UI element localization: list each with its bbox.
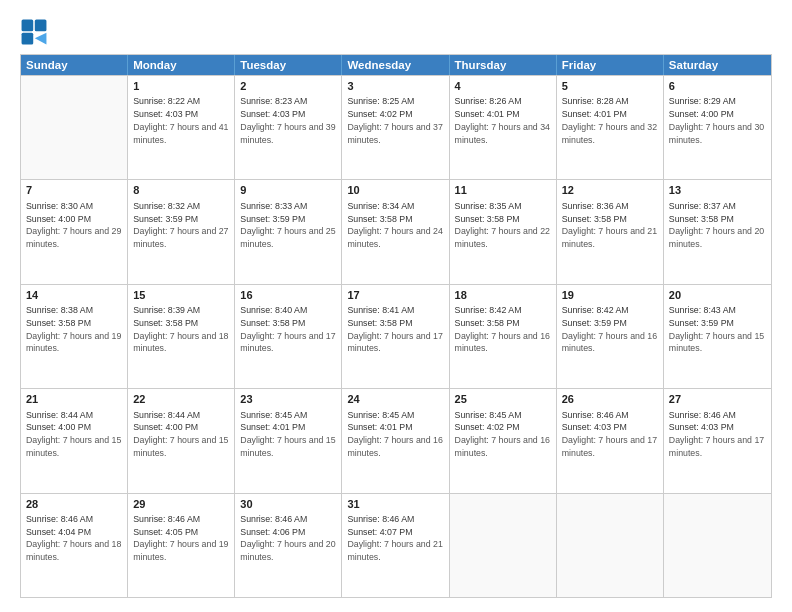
day-info: Sunrise: 8:46 AMSunset: 4:06 PMDaylight:… (240, 513, 336, 564)
day-info: Sunrise: 8:45 AMSunset: 4:01 PMDaylight:… (240, 409, 336, 460)
day-info: Sunrise: 8:34 AMSunset: 3:58 PMDaylight:… (347, 200, 443, 251)
day-number: 31 (347, 497, 443, 512)
day-cell-25: 25 Sunrise: 8:45 AMSunset: 4:02 PMDaylig… (450, 389, 557, 492)
day-cell-2: 2 Sunrise: 8:23 AMSunset: 4:03 PMDayligh… (235, 76, 342, 179)
day-info: Sunrise: 8:46 AMSunset: 4:03 PMDaylight:… (562, 409, 658, 460)
header-day-sunday: Sunday (21, 55, 128, 75)
page: SundayMondayTuesdayWednesdayThursdayFrid… (0, 0, 792, 612)
day-info: Sunrise: 8:26 AMSunset: 4:01 PMDaylight:… (455, 95, 551, 146)
day-info: Sunrise: 8:46 AMSunset: 4:07 PMDaylight:… (347, 513, 443, 564)
day-cell-16: 16 Sunrise: 8:40 AMSunset: 3:58 PMDaylig… (235, 285, 342, 388)
day-number: 2 (240, 79, 336, 94)
day-info: Sunrise: 8:40 AMSunset: 3:58 PMDaylight:… (240, 304, 336, 355)
day-cell-20: 20 Sunrise: 8:43 AMSunset: 3:59 PMDaylig… (664, 285, 771, 388)
header-day-tuesday: Tuesday (235, 55, 342, 75)
day-number: 22 (133, 392, 229, 407)
day-info: Sunrise: 8:38 AMSunset: 3:58 PMDaylight:… (26, 304, 122, 355)
day-number: 27 (669, 392, 766, 407)
day-cell-6: 6 Sunrise: 8:29 AMSunset: 4:00 PMDayligh… (664, 76, 771, 179)
day-cell-19: 19 Sunrise: 8:42 AMSunset: 3:59 PMDaylig… (557, 285, 664, 388)
calendar-row-2: 7 Sunrise: 8:30 AMSunset: 4:00 PMDayligh… (21, 179, 771, 283)
day-info: Sunrise: 8:45 AMSunset: 4:01 PMDaylight:… (347, 409, 443, 460)
day-number: 1 (133, 79, 229, 94)
svg-rect-1 (35, 20, 47, 32)
day-info: Sunrise: 8:29 AMSunset: 4:00 PMDaylight:… (669, 95, 766, 146)
day-info: Sunrise: 8:33 AMSunset: 3:59 PMDaylight:… (240, 200, 336, 251)
logo (20, 18, 52, 46)
day-number: 9 (240, 183, 336, 198)
day-number: 26 (562, 392, 658, 407)
svg-marker-3 (35, 33, 47, 45)
day-cell-31: 31 Sunrise: 8:46 AMSunset: 4:07 PMDaylig… (342, 494, 449, 597)
day-number: 28 (26, 497, 122, 512)
header-day-wednesday: Wednesday (342, 55, 449, 75)
day-info: Sunrise: 8:42 AMSunset: 3:59 PMDaylight:… (562, 304, 658, 355)
day-info: Sunrise: 8:23 AMSunset: 4:03 PMDaylight:… (240, 95, 336, 146)
day-number: 7 (26, 183, 122, 198)
day-info: Sunrise: 8:22 AMSunset: 4:03 PMDaylight:… (133, 95, 229, 146)
day-cell-22: 22 Sunrise: 8:44 AMSunset: 4:00 PMDaylig… (128, 389, 235, 492)
day-number: 4 (455, 79, 551, 94)
day-info: Sunrise: 8:41 AMSunset: 3:58 PMDaylight:… (347, 304, 443, 355)
day-cell-28: 28 Sunrise: 8:46 AMSunset: 4:04 PMDaylig… (21, 494, 128, 597)
header-day-monday: Monday (128, 55, 235, 75)
calendar-row-4: 21 Sunrise: 8:44 AMSunset: 4:00 PMDaylig… (21, 388, 771, 492)
day-info: Sunrise: 8:36 AMSunset: 3:58 PMDaylight:… (562, 200, 658, 251)
day-cell-11: 11 Sunrise: 8:35 AMSunset: 3:58 PMDaylig… (450, 180, 557, 283)
day-cell-26: 26 Sunrise: 8:46 AMSunset: 4:03 PMDaylig… (557, 389, 664, 492)
day-number: 11 (455, 183, 551, 198)
day-number: 12 (562, 183, 658, 198)
day-info: Sunrise: 8:46 AMSunset: 4:04 PMDaylight:… (26, 513, 122, 564)
day-number: 18 (455, 288, 551, 303)
day-info: Sunrise: 8:30 AMSunset: 4:00 PMDaylight:… (26, 200, 122, 251)
day-cell-7: 7 Sunrise: 8:30 AMSunset: 4:00 PMDayligh… (21, 180, 128, 283)
day-number: 24 (347, 392, 443, 407)
day-number: 29 (133, 497, 229, 512)
day-number: 14 (26, 288, 122, 303)
day-info: Sunrise: 8:35 AMSunset: 3:58 PMDaylight:… (455, 200, 551, 251)
day-info: Sunrise: 8:44 AMSunset: 4:00 PMDaylight:… (26, 409, 122, 460)
day-number: 5 (562, 79, 658, 94)
day-info: Sunrise: 8:46 AMSunset: 4:03 PMDaylight:… (669, 409, 766, 460)
logo-icon (20, 18, 48, 46)
day-number: 19 (562, 288, 658, 303)
calendar: SundayMondayTuesdayWednesdayThursdayFrid… (20, 54, 772, 598)
day-info: Sunrise: 8:42 AMSunset: 3:58 PMDaylight:… (455, 304, 551, 355)
day-info: Sunrise: 8:39 AMSunset: 3:58 PMDaylight:… (133, 304, 229, 355)
day-cell-17: 17 Sunrise: 8:41 AMSunset: 3:58 PMDaylig… (342, 285, 449, 388)
day-cell-empty-4-4 (450, 494, 557, 597)
day-number: 21 (26, 392, 122, 407)
day-number: 16 (240, 288, 336, 303)
day-cell-10: 10 Sunrise: 8:34 AMSunset: 3:58 PMDaylig… (342, 180, 449, 283)
day-cell-12: 12 Sunrise: 8:36 AMSunset: 3:58 PMDaylig… (557, 180, 664, 283)
day-cell-5: 5 Sunrise: 8:28 AMSunset: 4:01 PMDayligh… (557, 76, 664, 179)
calendar-header: SundayMondayTuesdayWednesdayThursdayFrid… (21, 55, 771, 75)
day-cell-14: 14 Sunrise: 8:38 AMSunset: 3:58 PMDaylig… (21, 285, 128, 388)
day-number: 23 (240, 392, 336, 407)
day-cell-13: 13 Sunrise: 8:37 AMSunset: 3:58 PMDaylig… (664, 180, 771, 283)
day-cell-4: 4 Sunrise: 8:26 AMSunset: 4:01 PMDayligh… (450, 76, 557, 179)
day-number: 6 (669, 79, 766, 94)
calendar-row-1: 1 Sunrise: 8:22 AMSunset: 4:03 PMDayligh… (21, 75, 771, 179)
day-cell-empty-4-6 (664, 494, 771, 597)
svg-rect-0 (22, 20, 34, 32)
header-day-friday: Friday (557, 55, 664, 75)
day-cell-1: 1 Sunrise: 8:22 AMSunset: 4:03 PMDayligh… (128, 76, 235, 179)
day-number: 10 (347, 183, 443, 198)
day-info: Sunrise: 8:32 AMSunset: 3:59 PMDaylight:… (133, 200, 229, 251)
day-info: Sunrise: 8:46 AMSunset: 4:05 PMDaylight:… (133, 513, 229, 564)
day-cell-empty-4-5 (557, 494, 664, 597)
day-cell-21: 21 Sunrise: 8:44 AMSunset: 4:00 PMDaylig… (21, 389, 128, 492)
day-number: 15 (133, 288, 229, 303)
day-number: 20 (669, 288, 766, 303)
day-number: 8 (133, 183, 229, 198)
day-cell-empty-0-0 (21, 76, 128, 179)
header-day-thursday: Thursday (450, 55, 557, 75)
day-number: 25 (455, 392, 551, 407)
day-cell-15: 15 Sunrise: 8:39 AMSunset: 3:58 PMDaylig… (128, 285, 235, 388)
day-cell-18: 18 Sunrise: 8:42 AMSunset: 3:58 PMDaylig… (450, 285, 557, 388)
day-info: Sunrise: 8:44 AMSunset: 4:00 PMDaylight:… (133, 409, 229, 460)
day-cell-30: 30 Sunrise: 8:46 AMSunset: 4:06 PMDaylig… (235, 494, 342, 597)
day-number: 13 (669, 183, 766, 198)
day-info: Sunrise: 8:37 AMSunset: 3:58 PMDaylight:… (669, 200, 766, 251)
